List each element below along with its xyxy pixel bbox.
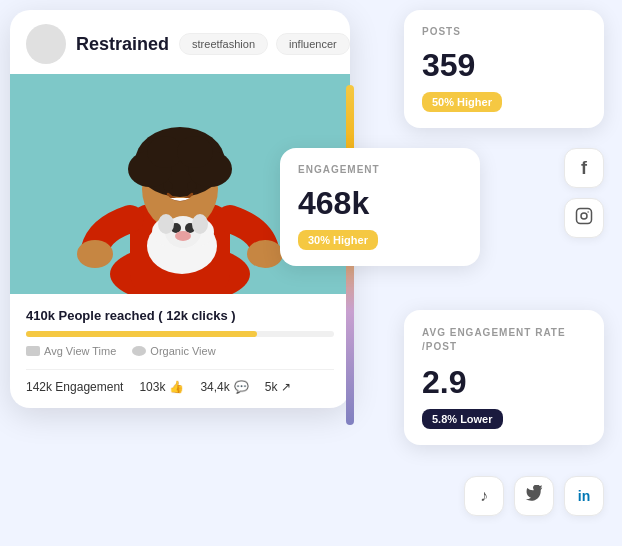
avg-badge: 5.8% Lower: [422, 409, 503, 429]
svg-point-24: [587, 211, 589, 213]
engagement-value: 468k: [298, 185, 462, 222]
svg-point-20: [158, 214, 174, 234]
profile-name: Restrained: [76, 34, 169, 55]
svg-point-12: [247, 240, 283, 268]
tiktok-button[interactable]: ♪: [464, 476, 504, 516]
social-icons-top: f: [564, 148, 604, 238]
thumbs-icon: 👍: [169, 380, 184, 394]
linkedin-icon: in: [578, 488, 590, 504]
tiktok-icon: ♪: [480, 487, 488, 505]
facebook-button[interactable]: f: [564, 148, 604, 188]
shares-stat: 5k ↗: [265, 380, 292, 394]
shares-value: 5k: [265, 380, 278, 394]
avg-view-metric: Avg View Time: [26, 345, 116, 357]
svg-rect-22: [577, 209, 592, 224]
posts-card: POSTS 359 50% Higher: [404, 10, 604, 128]
bottom-stats: 142k Engagement 103k 👍 34,4k 💬 5k ↗: [26, 369, 334, 394]
engagement-stat: 142k Engagement: [26, 380, 123, 394]
profile-header: Restrained streetfashion influencer: [10, 10, 350, 74]
eye-icon: [132, 346, 146, 356]
social-icons-bottom: ♪ in: [464, 476, 604, 516]
posts-label: POSTS: [422, 26, 586, 37]
svg-point-8: [177, 136, 213, 168]
twitter-icon: [525, 485, 543, 507]
avg-engagement-card: AVG ENGAGEMENT RATE /POST 2.9 5.8% Lower: [404, 310, 604, 445]
svg-point-21: [192, 214, 208, 234]
engagement-label: ENGAGEMENT: [298, 164, 462, 175]
svg-point-9: [163, 181, 173, 191]
avg-value: 2.9: [422, 364, 586, 401]
comments-stat: 34,4k 💬: [200, 380, 248, 394]
posts-badge: 50% Higher: [422, 92, 502, 112]
comment-icon: 💬: [234, 380, 249, 394]
facebook-icon: f: [581, 158, 587, 179]
avg-label: AVG ENGAGEMENT RATE /POST: [422, 326, 586, 354]
instagram-button[interactable]: [564, 198, 604, 238]
likes-value: 103k: [139, 380, 165, 394]
view-metrics: Avg View Time Organic View: [26, 345, 334, 357]
reach-text: 410k People reached ( 12k clicks ): [26, 308, 334, 323]
svg-point-19: [175, 231, 191, 241]
avatar: [26, 24, 66, 64]
engagement-card: ENGAGEMENT 468k 30% Higher: [280, 148, 480, 266]
tags-container: streetfashion influencer: [179, 33, 350, 55]
avg-view-label: Avg View Time: [44, 345, 116, 357]
svg-point-10: [187, 181, 197, 191]
svg-point-11: [77, 240, 113, 268]
twitter-button[interactable]: [514, 476, 554, 516]
progress-fill: [26, 331, 257, 337]
tag-streetfashion[interactable]: streetfashion: [179, 33, 268, 55]
engagement-value: 142k Engagement: [26, 380, 123, 394]
instagram-icon: [575, 207, 593, 229]
profile-stats: 410k People reached ( 12k clicks ) Avg V…: [10, 294, 350, 408]
progress-bar: [26, 331, 334, 337]
avg-view-icon: [26, 346, 40, 356]
comments-value: 34,4k: [200, 380, 229, 394]
engagement-badge: 30% Higher: [298, 230, 378, 250]
svg-point-23: [581, 213, 587, 219]
tag-influencer[interactable]: influencer: [276, 33, 350, 55]
likes-stat: 103k 👍: [139, 380, 184, 394]
posts-value: 359: [422, 47, 586, 84]
organic-view-metric: Organic View: [132, 345, 215, 357]
linkedin-button[interactable]: in: [564, 476, 604, 516]
organic-view-label: Organic View: [150, 345, 215, 357]
share-icon: ↗: [281, 380, 291, 394]
